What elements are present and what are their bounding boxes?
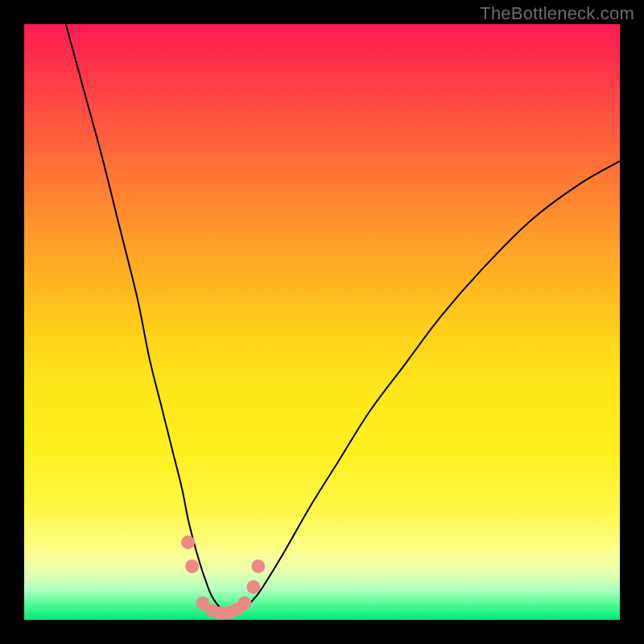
curve-svg [24, 24, 620, 620]
valley-marker [251, 559, 265, 573]
chart-frame: TheBottleneck.com [0, 0, 644, 644]
valley-marker [181, 535, 195, 549]
plot-area [24, 24, 620, 620]
valley-marker [246, 580, 260, 594]
curve-right [233, 161, 620, 613]
curve-left [66, 24, 233, 614]
valley-marker [237, 597, 251, 610]
valley-marker [185, 559, 199, 573]
watermark-text: TheBottleneck.com [480, 3, 634, 24]
